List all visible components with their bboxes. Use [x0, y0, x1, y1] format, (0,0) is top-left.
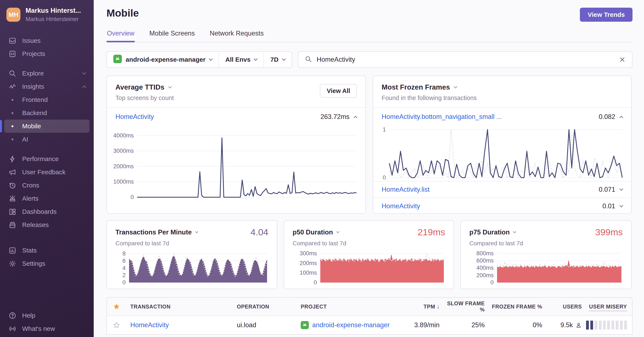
svg-text:0: 0	[490, 279, 494, 284]
search-input[interactable]	[317, 56, 614, 63]
p50-area-chart[interactable]: 300ms200ms100ms0	[292, 249, 445, 284]
transaction-link[interactable]: HomeActivity	[130, 321, 169, 329]
frozen-row-homeactivity[interactable]: HomeActivity 0.01	[373, 198, 631, 214]
chevron-up-icon[interactable]	[619, 116, 623, 120]
col-tpm[interactable]: TPM ↓	[414, 304, 441, 310]
svg-text:8: 8	[122, 250, 126, 257]
active-nav-indicator	[0, 120, 2, 132]
card-title: p50 Duration	[292, 229, 333, 236]
col-user-misery[interactable]: USER MISERY	[586, 304, 632, 310]
svg-text:4: 4	[122, 265, 126, 271]
star-filled-icon[interactable]	[107, 303, 124, 310]
sidebar-item-label: Insights	[22, 83, 44, 90]
col-slow-frame[interactable]: SLOW FRAME %	[441, 301, 488, 313]
frozen-frames-line-chart[interactable]: 10	[377, 127, 624, 180]
svg-text:3000ms: 3000ms	[113, 148, 134, 154]
sidebar-item-performance[interactable]: Performance	[4, 152, 90, 166]
chevron-down-icon	[82, 71, 86, 74]
sidebar-item-backend[interactable]: Backend	[4, 106, 90, 120]
col-transaction[interactable]: TRANSACTION	[124, 304, 230, 310]
frozen-row-list[interactable]: HomeActivity.list 0.071	[373, 181, 631, 198]
star-outline-icon[interactable]	[107, 322, 124, 329]
sidebar-item-issues[interactable]: Issues	[4, 34, 90, 47]
col-users[interactable]: USERS	[546, 304, 586, 310]
sidebar-item-ai[interactable]: AI	[4, 133, 90, 146]
stats-icon	[8, 246, 16, 255]
insights-icon	[8, 82, 16, 91]
tab-network-requests[interactable]: Network Requests	[209, 29, 264, 42]
sidebar-item-crons[interactable]: Crons	[4, 179, 90, 192]
misery-bar-empty	[607, 321, 610, 330]
date-range-label: 7D	[270, 56, 278, 63]
col-project[interactable]: PROJECT	[294, 304, 414, 310]
sidebar-item-insights[interactable]: Insights	[4, 80, 90, 93]
chevron-up-icon[interactable]	[354, 116, 357, 120]
bullet-dot	[8, 109, 16, 117]
svg-text:800ms: 800ms	[476, 250, 494, 257]
sidebar-item-label: Help	[22, 312, 35, 319]
sidebar-group: StatsSettings	[0, 244, 94, 270]
transaction-link[interactable]: HomeActivity	[382, 202, 420, 210]
project-link[interactable]: android-expense-manager	[312, 321, 390, 329]
projects-icon	[8, 49, 16, 58]
tpm-area-chart[interactable]: 86420	[116, 249, 268, 284]
org-switcher[interactable]: MH Markus Hinterst... Markus Hinterstein…	[0, 0, 94, 24]
sidebar-item-frontend[interactable]: Frontend	[4, 93, 90, 106]
sidebar-item-settings[interactable]: Settings	[4, 257, 90, 270]
transaction-link[interactable]: HomeActivity	[116, 113, 154, 121]
chevron-down-icon[interactable]	[195, 230, 198, 233]
card-title: Most Frozen Frames	[382, 83, 450, 91]
chevron-down-icon[interactable]	[619, 203, 623, 207]
chevron-down-icon[interactable]	[168, 85, 172, 88]
main-content: Mobile View Trends Overview Mobile Scree…	[94, 0, 644, 337]
col-operation[interactable]: OPERATION	[230, 304, 294, 310]
filter-bar: android-expense-manager All Envs 7D	[106, 51, 632, 68]
date-range-selector[interactable]: 7D	[264, 52, 291, 67]
frozen-row-bottom-navigation[interactable]: HomeActivity.bottom_navigation_small ...…	[373, 108, 631, 126]
table-row[interactable]: HomeActivity ui.load android-expense-man…	[107, 316, 632, 334]
bullet-dot	[8, 95, 16, 104]
sidebar-item-user-feedback[interactable]: User Feedback	[4, 166, 90, 179]
frozen-frames-header: Most Frozen Frames Found in the followin…	[373, 76, 631, 107]
sidebar-item-dashboards[interactable]: Dashboards	[4, 205, 90, 218]
issues-icon	[8, 36, 16, 45]
chevron-down-icon[interactable]	[336, 230, 340, 233]
view-all-button[interactable]: View All	[320, 84, 357, 98]
tab-mobile-screens[interactable]: Mobile Screens	[149, 29, 195, 42]
project-cell[interactable]: android-expense-manager	[294, 321, 414, 329]
sidebar-item-stats[interactable]: Stats	[4, 244, 90, 257]
ttid-row-homeactivity[interactable]: HomeActivity 263.72ms	[107, 108, 366, 126]
view-trends-button[interactable]: View Trends	[580, 8, 632, 22]
p50-value: 219ms	[418, 227, 445, 237]
sidebar-item-alerts[interactable]: Alerts	[4, 192, 90, 205]
project-selector[interactable]: android-expense-manager	[107, 52, 218, 67]
chevron-down-icon[interactable]	[619, 187, 623, 191]
transaction-link[interactable]: HomeActivity.bottom_navigation_small ...	[382, 113, 502, 121]
sidebar-item-what-s-new[interactable]: What's new	[4, 322, 90, 335]
bullet-dot	[8, 135, 16, 144]
sidebar-item-releases[interactable]: Releases	[4, 218, 90, 232]
svg-text:1: 1	[383, 127, 386, 133]
sidebar-item-explore[interactable]: Explore	[4, 67, 90, 80]
environment-selector[interactable]: All Envs	[218, 52, 264, 67]
chevron-down-icon[interactable]	[454, 85, 457, 88]
tab-overview[interactable]: Overview	[106, 29, 135, 42]
bullet-dot	[8, 122, 16, 130]
sidebar-item-help[interactable]: Help	[4, 309, 90, 322]
avatar[interactable]: MH	[6, 8, 20, 22]
ttid-line-chart[interactable]: 4000ms3000ms2000ms1000ms0	[111, 129, 358, 199]
android-project-icon	[301, 321, 309, 329]
svg-text:0: 0	[130, 194, 134, 199]
sidebar-item-label: AI	[22, 136, 28, 143]
svg-text:2: 2	[122, 272, 126, 279]
sidebar-item-label: Releases	[22, 221, 49, 229]
col-frozen-frame[interactable]: FROZEN FRAME %	[488, 304, 546, 310]
clear-search-icon[interactable]	[619, 56, 626, 63]
sidebar-item-projects[interactable]: Projects	[4, 47, 90, 60]
p75-area-chart[interactable]: 800ms600ms400ms200ms0	[469, 249, 623, 284]
sidebar-item-mobile[interactable]: Mobile	[4, 120, 90, 133]
sidebar-item-label: User Feedback	[22, 168, 66, 176]
chevron-down-icon[interactable]	[513, 230, 516, 233]
releases-icon	[8, 221, 16, 229]
transaction-link[interactable]: HomeActivity.list	[382, 186, 430, 193]
